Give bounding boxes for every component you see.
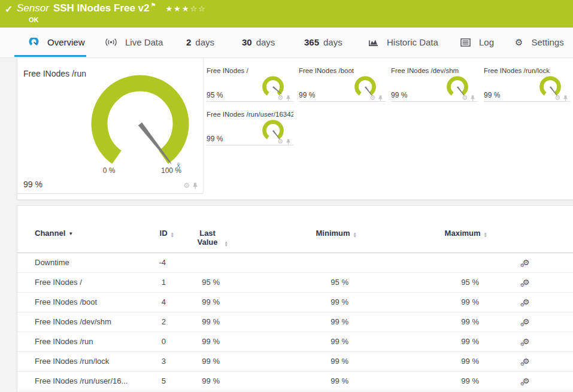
- sort-icon: ▲▼: [353, 232, 357, 238]
- pin-icon[interactable]: [470, 95, 475, 101]
- table-row: Downtime -4 ⚙⚙: [17, 253, 573, 272]
- sort-desc-icon: ▼: [68, 231, 73, 236]
- channel-id: 2: [131, 312, 166, 332]
- tab-historic-data[interactable]: Historic Data: [368, 28, 438, 57]
- tab-label: Log: [479, 37, 494, 47]
- gear-icon[interactable]: ⚙: [462, 95, 468, 101]
- mini-gauge-panel[interactable]: Free INodes / 95 % ⚙: [207, 67, 293, 102]
- tab-settings[interactable]: ⚙ Settings: [515, 28, 564, 57]
- sort-icon: ▲▼: [484, 232, 487, 238]
- column-header-channel[interactable]: Channel▼: [17, 206, 131, 253]
- table-row: Free INodes /boot 4 99 % 99 % 99 % ⚙⚙: [17, 292, 573, 312]
- channel-maximum: 99 %: [348, 292, 479, 312]
- status-badge: OK: [29, 16, 39, 23]
- channel-settings-icon[interactable]: ⚙⚙: [523, 377, 530, 385]
- column-header-actions: [479, 206, 573, 253]
- sensor-title-line: SensorSSH INodes Free v2⚑★★★☆☆: [17, 2, 207, 14]
- log-icon: [460, 38, 471, 47]
- mini-gauge-panel[interactable]: Free INodes /boot 99 % ⚙: [299, 67, 386, 102]
- live-data-icon: [105, 38, 117, 47]
- tab-log[interactable]: Log: [460, 28, 494, 57]
- channel-settings-icon[interactable]: ⚙⚙: [523, 357, 530, 365]
- channel-name: Free INodes /run/user/16...: [17, 371, 131, 391]
- channel-minimum: 99 %: [220, 312, 348, 332]
- channel-id: 5: [131, 371, 166, 391]
- tab-label: days: [256, 37, 275, 47]
- panel-actions: ⚙: [277, 95, 291, 101]
- channel-name: Free INodes /boot: [17, 292, 131, 312]
- tab-bar: Overview Live Data 2days 30days 365days …: [0, 28, 573, 58]
- channel-settings-icon[interactable]: ⚙⚙: [523, 338, 530, 345]
- gauge-scale-min: 0 %: [103, 166, 116, 175]
- tab-label: Settings: [531, 37, 563, 47]
- channel-last-value: 99 %: [166, 332, 220, 351]
- tab-365-days[interactable]: 365days: [304, 28, 342, 57]
- channel-maximum: 95 %: [348, 272, 479, 292]
- channel-id: 4: [131, 292, 166, 312]
- channel-settings-icon[interactable]: ⚙⚙: [523, 278, 530, 286]
- channel-minimum: 99 %: [220, 351, 348, 371]
- pin-icon[interactable]: [286, 95, 291, 101]
- panel-actions: ⚙: [183, 182, 198, 189]
- gauge-value: 99 %: [484, 91, 500, 99]
- mean-marker: x̄: [177, 162, 180, 169]
- panel-actions: ⚙: [369, 95, 383, 101]
- sensor-overview-page: ✓ SensorSSH INodes Free v2⚑★★★☆☆ OK Over…: [0, 0, 573, 392]
- mini-gauge-panel[interactable]: Free INodes /dev/shm 99 % ⚙: [391, 67, 478, 102]
- pin-icon[interactable]: [192, 183, 198, 189]
- mini-gauge-panel[interactable]: Free INodes /run/lock 99 % ⚙: [484, 67, 571, 102]
- gear-icon[interactable]: ⚙: [183, 182, 190, 189]
- pin-icon[interactable]: [286, 139, 291, 145]
- column-header-last-value[interactable]: Last Value▲▼: [166, 206, 220, 253]
- channel-last-value: [166, 253, 220, 272]
- tab-label: Live Data: [125, 37, 163, 47]
- channel-minimum: 99 %: [220, 332, 348, 351]
- gear-icon[interactable]: ⚙: [554, 95, 560, 101]
- channel-settings-icon[interactable]: ⚙⚙: [523, 259, 530, 266]
- channels-table-panel: Channel▼ ID▲▼ Last Value▲▼ Minimum▲▼ Max…: [17, 205, 573, 392]
- column-header-minimum[interactable]: Minimum▲▼: [220, 206, 348, 253]
- column-header-id[interactable]: ID▲▼: [131, 206, 166, 253]
- pin-icon[interactable]: [563, 95, 568, 101]
- pin-icon[interactable]: [378, 95, 383, 101]
- tab-2-days[interactable]: 2days: [186, 28, 214, 57]
- channel-name: Free INodes /run/lock: [17, 351, 131, 371]
- column-header-maximum[interactable]: Maximum▲▼: [348, 206, 479, 253]
- gauge-title: Free INodes /: [207, 67, 248, 74]
- channel-name: Free INodes /run: [17, 332, 131, 351]
- mini-gauge-panel[interactable]: Free INodes /run/user/16342... 99 % ⚙: [207, 111, 293, 145]
- channel-settings-icon[interactable]: ⚙⚙: [523, 298, 530, 306]
- historic-chart-icon: [368, 38, 378, 47]
- panel-actions: ⚙: [277, 138, 291, 145]
- sort-icon: ▲▼: [171, 232, 174, 238]
- primary-gauge: 0 % 100 % x̄: [77, 70, 203, 178]
- channel-minimum: 99 %: [220, 292, 348, 312]
- tab-live-data[interactable]: Live Data: [105, 28, 163, 57]
- channel-last-value: 95 %: [166, 272, 220, 292]
- table-row: Free INodes /dev/shm 2 99 % 99 % 99 % ⚙⚙: [17, 312, 573, 332]
- gear-icon[interactable]: ⚙: [369, 95, 375, 101]
- channel-maximum: 99 %: [348, 371, 479, 391]
- channel-settings-icon[interactable]: ⚙⚙: [523, 318, 530, 326]
- tab-label: days: [323, 37, 342, 47]
- channel-name: Free INodes /dev/shm: [17, 312, 131, 332]
- tab-30-days[interactable]: 30days: [242, 28, 275, 57]
- primary-gauge-panel[interactable]: Free INodes /run 0 % 100 % x̄ 99 % ⚙: [17, 58, 204, 194]
- tab-label: days: [195, 37, 214, 47]
- gauge-value: 99 %: [299, 91, 315, 99]
- gauge-value: 99 %: [207, 135, 223, 143]
- priority-stars[interactable]: ★★★☆☆: [165, 4, 206, 13]
- channel-id: 3: [131, 351, 166, 371]
- gear-icon[interactable]: ⚙: [277, 138, 283, 145]
- channels-table: Channel▼ ID▲▼ Last Value▲▼ Minimum▲▼ Max…: [17, 206, 573, 391]
- tab-label: Overview: [47, 37, 85, 47]
- channel-maximum: 99 %: [348, 312, 479, 332]
- gear-icon[interactable]: ⚙: [277, 95, 283, 101]
- flag-icon[interactable]: ⚑: [151, 2, 156, 8]
- channel-minimum: [220, 253, 348, 272]
- gauge-value: 99 %: [391, 91, 407, 99]
- channel-name: Downtime: [17, 253, 131, 272]
- tab-overview[interactable]: Overview: [29, 28, 85, 57]
- gear-icon: ⚙: [515, 37, 523, 48]
- page-title: SSH INodes Free v2: [53, 2, 150, 14]
